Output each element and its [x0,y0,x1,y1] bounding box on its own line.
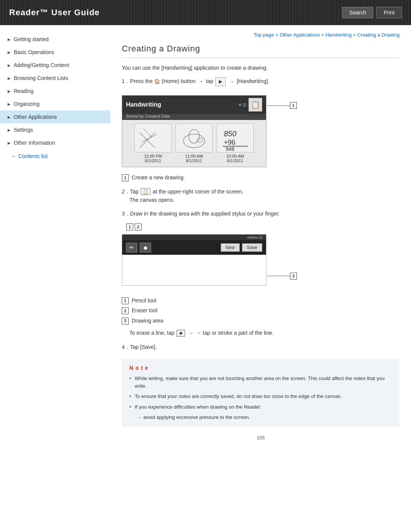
header: Reader™ User Guide Search Print [0,0,411,25]
svg-text:946: 946 [226,146,235,152]
breadcrumb-other-apps[interactable]: Other Applications [280,32,320,38]
step-3: 3．Draw in the drawing area with the supp… [122,209,400,218]
step1-nav-box: ▶ [215,77,226,86]
hw-thumb-img-3: 850 +96 946 [217,124,253,152]
sidebar: ▶Getting started▶Basic Operations▶Adding… [0,29,110,452]
sidebar-item-basic-operations[interactable]: ▶Basic Operations [0,46,110,59]
sidebar-arrow-icon: ▶ [8,115,11,119]
canvas-drawing-area [122,255,266,285]
note-title: N o t e [129,365,392,371]
note-item-3: If you experience difficulties when draw… [129,403,392,411]
main-content: Top page > Other Applications > Handwrit… [110,29,411,452]
hw-status-icons: ✕ ⊡ [238,102,246,107]
sidebar-arrow-icon: ▶ [8,37,11,42]
svg-rect-0 [136,125,170,152]
hw-screenshot-wrapper: Handwriting ✕ ⊡ 📋 Sorted by Created Date [122,91,266,173]
sidebar-item-reading[interactable]: ▶Reading [0,85,110,97]
callout1-text: 1 Create a new drawing. [122,173,400,182]
sidebar-item-label: Organizing [14,101,40,107]
hw-header-icons: ✕ ⊡ 📋 [238,98,262,112]
breadcrumb-handwriting[interactable]: Handwriting [325,32,352,38]
sidebar-item-browsing-content-lists[interactable]: ▶Browsing Content Lists [0,72,110,85]
hw-new-icon-btn[interactable]: 📋 [249,98,262,112]
eraser-tool-btn[interactable]: ◆ [140,243,151,252]
legend-badge-1: 1 [122,297,129,304]
erase-end: → tap or stroke a part of the line. [196,330,274,336]
step2-prefix: 2．Tap [122,189,139,195]
hw-thumb-1: 12:00 PM 8/1/2011 [135,124,171,163]
sidebar-arrow-icon: ▶ [8,141,11,145]
pencil-tool-btn[interactable]: ✏ [126,243,137,252]
step-4: 4．Tap [Save]. [122,343,400,351]
canvas-action-btns: New Save [221,243,262,252]
canvas-icons-bar: ▪menu ⊡ [122,235,266,240]
canvas-callout-row: 1 2 [126,224,266,230]
legend-badge-2: 2 [122,307,129,314]
legend-2: 2 Eraser tool [122,306,400,315]
sidebar-arrow-icon: ▶ [8,89,11,93]
sidebar-arrow-icon: ▶ [8,128,11,132]
canvas-screenshot: ▪menu ⊡ ✏ ◆ New Save [122,234,266,286]
sidebar-item-label: Basic Operations [14,49,54,55]
erase-prefix: To erase a line, tap [129,330,174,336]
legend-1: 1 Pencil tool [122,296,400,305]
hw-date-3: 8/1/2011 [217,158,253,163]
callout1-connector: 1 [267,102,297,109]
sidebar-item-adding/getting-content[interactable]: ▶Adding/Getting Content [0,59,110,72]
hw-time-1: 12:00 PM [135,154,171,158]
sidebar-item-organizing[interactable]: ▶Organizing [0,97,110,110]
hw-thumb-2: 11:00 AM 8/1/2011 [176,124,212,163]
canvas-new-btn[interactable]: New [221,243,240,252]
search-button[interactable]: Search [342,7,373,18]
canvas-callout1: 1 [126,224,133,230]
callout1-badge: 1 [122,174,129,181]
svg-text:850: 850 [224,129,236,138]
hw-thumb-3: 850 +96 946 10:00 AM 8/1/2011 [217,124,253,163]
sidebar-item-getting-started[interactable]: ▶Getting started [0,33,110,46]
sidebar-item-label: Other Applications [14,114,57,120]
hw-header: Handwriting ✕ ⊡ 📋 [122,96,266,114]
erase-arrow: → [188,329,193,337]
intro-text: You can use the [Handwriting] applicatio… [122,65,400,71]
header-buttons: Search Print [342,7,402,18]
contents-list-link[interactable]: → Contents list [0,149,110,163]
step1-tap: tap [206,78,215,84]
sidebar-item-label: Getting started [14,36,49,42]
hw-thumb-img-1 [135,124,171,152]
legend-3: 3 Drawing area [122,316,400,325]
step2-icon: 📋 [141,188,150,195]
sidebar-arrow-icon: ▶ [8,50,11,54]
sidebar-item-settings[interactable]: ▶Settings [0,123,110,136]
legend-label-1: Pencil tool [132,297,156,304]
step3-text: 3．Draw in the drawing area with the supp… [122,211,280,217]
print-button[interactable]: Print [376,7,402,18]
sidebar-item-other-information[interactable]: ▶Other Information [0,136,110,149]
legend-block: 1 Pencil tool 2 Eraser tool 3 Drawing ar… [122,296,400,325]
canvas-tools: ✏ ◆ [126,243,151,252]
breadcrumb-top[interactable]: Top page [254,32,274,38]
step-2: 2．Tap 📋 at the upper-right corner of the… [122,187,400,204]
app-title: Reader™ User Guide [9,8,100,18]
hw-date-1: 8/1/2011 [135,158,171,163]
legend-label-2: Eraser tool [132,307,158,313]
note-item-2: To ensure that your notes are correctly … [129,393,392,400]
legend-label-3: Drawing area [132,318,163,324]
callout3-num: 3 [290,273,297,280]
hw-time-3: 10:00 AM [217,154,253,158]
home-icon: 🏠 [154,78,160,86]
sidebar-arrow-icon: ▶ [8,76,11,80]
note-item-1: While writing, make sure that you are no… [129,375,392,390]
sidebar-item-other-applications[interactable]: ▶Other Applications [0,110,110,123]
step1-mid: (Home) button [162,78,197,84]
breadcrumb: Top page > Other Applications > Handwrit… [122,29,400,44]
canvas-status-icon: ▪menu ⊡ [247,235,262,240]
sidebar-item-label: Other Information [14,140,55,146]
step2-sub: The canvas opens. [122,196,174,204]
note-sub: － avoid applying excessive pressure to t… [129,414,392,421]
step1-prefix: 1．Press the [122,78,153,84]
canvas-toolbar: ✏ ◆ New Save [122,240,266,255]
sidebar-item-label: Reading [14,88,33,94]
callout3-connector: 3 [267,273,297,280]
note-box: N o t e While writing, make sure that yo… [122,359,400,427]
canvas-save-btn[interactable]: Save [242,243,262,252]
